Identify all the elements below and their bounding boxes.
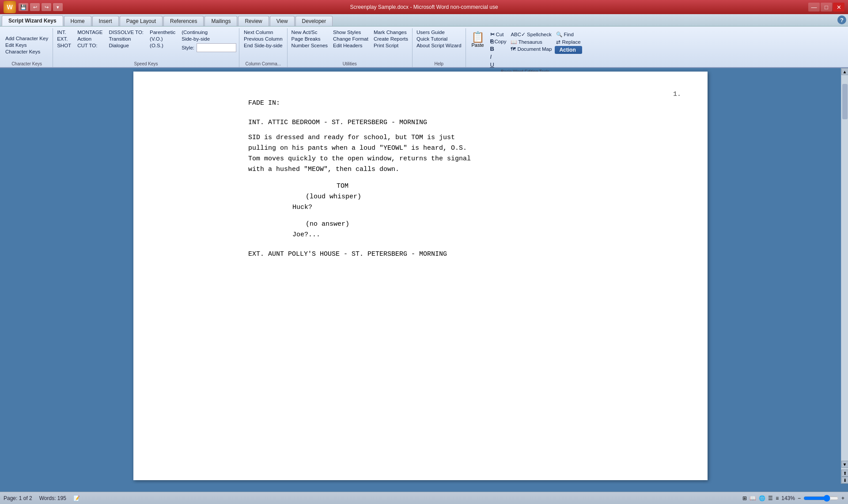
italic-button[interactable]: I [489,53,508,61]
continuing-button[interactable]: (Continuing [180,29,236,35]
dissolve-to-button[interactable]: DISSOLVE TO: [107,29,145,35]
scroll-page-down[interactable]: ⬇ [841,477,848,484]
side-by-side-button[interactable]: Side-by-side [180,36,236,42]
utilities-group-label: Utilities [290,61,409,67]
shot-button[interactable]: SHOT [56,42,72,49]
document-wrapper: 1. FADE IN: INT. ATTIC BEDROOM - ST. PET… [0,68,841,484]
paste-button[interactable]: 📋 Paste [469,31,487,49]
ribbon-group-character-keys: Add Character Key Edit Keys Character Ke… [1,28,53,67]
bold-button[interactable]: B [489,45,508,53]
tab-references[interactable]: References [163,16,204,26]
ext-button[interactable]: EXT. [56,36,72,42]
customize-icon[interactable]: ▾ [53,3,63,11]
spellcheck-button[interactable]: ABC✓ Spellcheck [509,31,553,38]
word-count: Words: 195 [39,495,66,501]
tab-insert[interactable]: Insert [92,16,119,26]
cut-button[interactable]: ✂ Cut [489,31,508,38]
quick-tutorial-button[interactable]: Quick Tutorial [415,36,463,42]
save-icon[interactable]: 💾 [19,3,28,11]
dialogue-button[interactable]: Dialogue [107,42,145,49]
thesaurus-button[interactable]: 📖 Thesaurus [509,38,553,45]
add-character-key-button[interactable]: Add Character Key [4,35,50,42]
help-icon[interactable]: ? [837,15,846,24]
undo-icon[interactable]: ↩ [30,3,40,11]
find-button[interactable]: 🔍 Find [555,31,582,38]
status-left: Page: 1 of 2 Words: 195 📝 [4,495,80,501]
os-button[interactable]: (O.S.) [148,42,177,49]
zoom-in-icon[interactable]: + [841,495,844,501]
new-act-sc-button[interactable]: New Act/Sc [290,29,329,35]
change-format-button[interactable]: Change Format [332,36,370,42]
edit-headers-button[interactable]: Edit Headers [332,42,370,49]
minimize-button[interactable]: — [808,3,820,11]
create-reports-button[interactable]: Create Reports [372,36,409,42]
tab-page-layout[interactable]: Page Layout [120,16,163,26]
action-1: SID is dressed and ready for school, but… [248,133,672,175]
next-column-button[interactable]: Next Column [242,29,284,35]
parenthetic-button[interactable]: Parenthetic [148,29,177,35]
document-map-button[interactable]: 🗺 Document Map [509,46,553,52]
tab-script-wizard-keys[interactable]: Script Wizard Keys [2,15,63,26]
title-bar-left: W 💾 ↩ ↪ ▾ [4,1,63,13]
ribbon-group-word-editing: 📋 Paste ✂ Cut ⎘ Copy B [466,28,585,67]
view-reading-icon[interactable]: 📖 [750,495,756,501]
ribbon-group-help: Users Guide Quick Tutorial About Script … [413,28,466,67]
dialogue-1: Huck? [292,202,628,213]
find-icon: 🔍 [556,31,562,38]
about-script-wizard-button[interactable]: About Script Wizard [415,42,463,49]
document-page[interactable]: 1. FADE IN: INT. ATTIC BEDROOM - ST. PET… [133,72,708,480]
page-breaks-button[interactable]: Page Breaks [290,36,329,42]
view-normal-icon[interactable]: ⊞ [742,495,747,501]
scroll-page-up[interactable]: ⬆ [841,470,848,477]
italic-icon: I [490,53,492,60]
document-map-icon: 🗺 [511,46,516,52]
underline-button[interactable]: U [489,61,508,68]
character-keys-button[interactable]: Character Keys [4,49,50,55]
zoom-out-icon[interactable]: − [798,495,801,501]
int-button[interactable]: INT. [56,29,72,35]
style-dropdown: Style: [180,43,236,52]
dialogue-2: Joe?... [292,230,628,240]
style-input[interactable] [197,43,236,52]
montage-button[interactable]: MONTAGE [76,29,104,35]
scroll-down-arrow[interactable]: ▼ [841,461,848,468]
proofing-icon[interactable]: 📝 [73,495,80,501]
action-speed-button[interactable]: Action [76,36,104,42]
bold-icon: B [490,45,494,52]
tab-mailings[interactable]: Mailings [204,16,237,26]
users-guide-button[interactable]: Users Guide [415,29,463,35]
print-script-button[interactable]: Print Script [372,42,409,49]
maximize-button[interactable]: □ [821,3,832,11]
close-button[interactable]: ✕ [833,3,844,11]
tab-home[interactable]: Home [64,16,91,26]
paste-icon: 📋 [471,32,485,42]
scroll-up-arrow[interactable]: ▲ [841,68,848,75]
copy-button[interactable]: ⎘ Copy [489,38,508,45]
edit-keys-button[interactable]: Edit Keys [4,42,50,48]
previous-column-button[interactable]: Previous Column [242,36,284,42]
tab-view[interactable]: View [270,16,295,26]
tab-developer[interactable]: Developer [295,16,333,26]
cut-to-button[interactable]: CUT TO: [76,42,104,49]
redo-icon[interactable]: ↪ [42,3,51,11]
show-styles-button[interactable]: Show Styles [332,29,370,35]
view-web-icon[interactable]: 🌐 [759,495,765,501]
speed-keys-col2: MONTAGE Action CUT TO: [76,29,104,52]
tab-review[interactable]: Review [238,16,269,26]
zoom-slider[interactable] [803,495,839,502]
action-label: Action [555,46,582,54]
end-side-by-side-button[interactable]: End Side-by-side [242,42,284,49]
scrollbar-thumb[interactable] [842,84,848,119]
number-scenes-button[interactable]: Number Scenes [290,42,329,49]
vo-button[interactable]: (V.O.) [148,36,177,42]
transition-button[interactable]: Transition [107,36,145,42]
replace-button[interactable]: ⇄ Replace [555,38,582,45]
vertical-scrollbar[interactable]: ▲ ▼ ⬆ ⬇ [841,68,848,484]
scene-heading-2: EXT. AUNT POLLY'S HOUSE - ST. PETERSBERG… [248,249,672,260]
mark-changes-button[interactable]: Mark Changes [372,29,409,35]
view-draft-icon[interactable]: ≡ [776,495,779,501]
speed-keys-col1: INT. EXT. SHOT [56,29,72,52]
utilities-col3: Mark Changes Create Reports Print Script [372,29,409,49]
ribbon-group-column-commands: Next Column Previous Column End Side-by-… [239,28,288,67]
view-outline-icon[interactable]: ☰ [768,495,773,501]
